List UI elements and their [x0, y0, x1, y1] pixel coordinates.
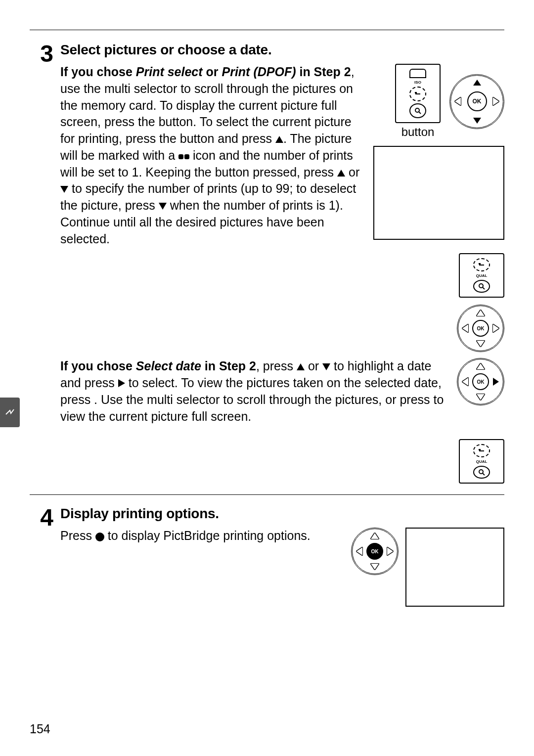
p4-a: Press [60, 529, 95, 542]
print-mark-icon [178, 153, 189, 161]
triangle-down-icon [159, 203, 167, 210]
multi-selector-icon: OK [449, 74, 504, 129]
step-4-illustrations: OK [351, 528, 504, 607]
top-rule [30, 30, 504, 30]
minus-button-icon [473, 258, 490, 271]
dpad-up-icon [477, 363, 485, 369]
step-3-number: 3 [30, 42, 53, 66]
svg-rect-5 [479, 263, 481, 265]
triangle-up-icon [337, 170, 345, 177]
dpad-down-icon [477, 341, 485, 347]
p2-c: in Step 2 [201, 359, 256, 373]
dpad-down-icon [371, 564, 379, 570]
multi-selector-ok-icon: OK [351, 528, 399, 575]
dpad-right-icon [493, 97, 499, 105]
svg-rect-1 [415, 92, 417, 93]
triangle-up-icon [297, 363, 305, 370]
triangle-down-icon [60, 186, 68, 193]
camera-qual-illustration: QUAL [459, 253, 504, 298]
step-3: 3 Select pictures or choose a date. If y… [30, 42, 504, 484]
loupe-button-icon [409, 103, 426, 118]
dpad-up-icon [371, 533, 379, 539]
dpad-down-icon [473, 118, 481, 124]
multi-selector-right-icon: OK [457, 358, 504, 405]
camera-top-illustration: ISO button [395, 64, 441, 139]
minus-button-icon [409, 87, 426, 101]
svg-point-2 [415, 108, 419, 112]
ok-button-icon: OK [472, 373, 489, 390]
dpad-left-icon [462, 378, 468, 386]
qual-label: QUAL [476, 273, 488, 278]
step-4-number: 4 [30, 506, 53, 530]
svg-point-10 [479, 470, 483, 474]
p1-e: in Step 2 [296, 65, 351, 79]
camera-body-icon [409, 69, 426, 78]
dpad-left-icon [356, 547, 362, 555]
step-3-illustrations-top: ISO button [373, 64, 504, 240]
svg-line-7 [483, 287, 485, 289]
dpad-left-icon [462, 324, 468, 332]
multi-selector-hollow-icon: OK [457, 305, 504, 352]
minus-button-icon [473, 444, 490, 457]
svg-line-3 [419, 112, 421, 114]
dpad-right-icon [493, 378, 499, 386]
dpad-up-icon [473, 80, 481, 86]
svg-point-6 [479, 284, 483, 288]
step-3-title: Select pictures or choose a date. [60, 42, 504, 58]
side-tab [0, 398, 20, 427]
qual-label: QUAL [476, 459, 488, 464]
ok-press-icon [95, 533, 104, 541]
screen-placeholder [405, 528, 504, 607]
triangle-right-icon [118, 379, 125, 387]
p1-i: or [345, 165, 359, 179]
p4-b: to display PictBridge printing options. [104, 529, 311, 542]
svg-rect-8 [479, 450, 484, 451]
p1-c: or [203, 65, 222, 79]
dpad-right-icon [493, 324, 499, 332]
loupe-button-icon [473, 280, 490, 293]
dpad-right-icon [387, 547, 393, 555]
p2-d: , press [256, 359, 297, 373]
mid-rule [30, 494, 504, 495]
p2-b: Select date [136, 359, 201, 373]
svg-line-11 [483, 473, 485, 475]
caption-button: button [395, 125, 441, 139]
p2-a: If you chose [60, 359, 136, 373]
loupe-button-icon [473, 466, 490, 479]
step-3-illustrations-mid: QUAL OK [457, 253, 504, 352]
page-number: 154 [30, 722, 50, 736]
screen-placeholder [373, 146, 504, 240]
step-4-title: Display printing options. [60, 506, 504, 522]
svg-rect-9 [479, 449, 481, 450]
ok-button-filled-icon: OK [366, 543, 383, 560]
svg-rect-0 [415, 93, 420, 94]
p1-d: Print (DPOF) [222, 65, 296, 79]
dpad-down-icon [477, 394, 485, 400]
camera-qual-illustration: QUAL [459, 439, 504, 484]
step-3-illustrations-date: OK QUAL [457, 358, 504, 484]
step-3-paragraph-2: If you chose Select date in Step 2, pres… [60, 358, 445, 425]
step-3-paragraph-1: If you chose Print select or Print (DPOF… [60, 64, 361, 247]
ok-button-icon: OK [467, 91, 487, 111]
dpad-up-icon [477, 310, 485, 316]
step-4-paragraph: Press to display PictBridge printing opt… [60, 528, 339, 544]
p1-b: Print select [136, 65, 203, 79]
svg-rect-4 [479, 265, 484, 266]
dpad-left-icon [455, 97, 461, 105]
p2-e: or [305, 359, 322, 373]
triangle-down-icon [322, 363, 330, 370]
p1-a: If you chose [60, 65, 136, 79]
ok-button-icon: OK [472, 320, 489, 337]
triangle-up-icon [275, 136, 283, 143]
link-icon [4, 406, 16, 418]
step-4: 4 Display printing options. Press to dis… [30, 506, 504, 607]
iso-label: ISO [414, 80, 421, 85]
